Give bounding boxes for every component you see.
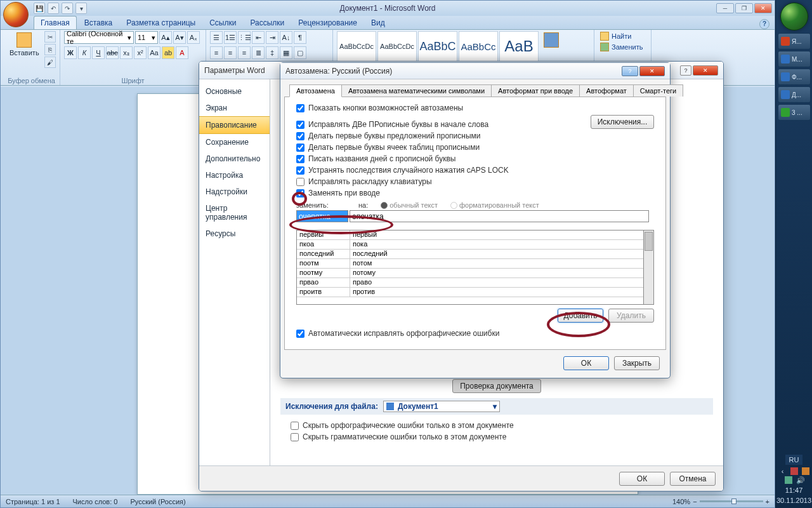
multilevel-icon[interactable]: ⋮☰ <box>238 31 251 44</box>
tab-view[interactable]: Вид <box>365 17 391 29</box>
cat-display[interactable]: Экран <box>199 100 270 116</box>
plain-text-radio[interactable]: обычный текст <box>381 201 438 209</box>
bullets-icon[interactable]: ☰ <box>210 31 223 44</box>
show-buttons-checkbox[interactable]: Показать кнопки возможностей автозамены <box>296 102 654 114</box>
tab-review[interactable]: Рецензирование <box>292 17 363 29</box>
align-left-icon[interactable]: ≡ <box>210 46 223 59</box>
ac-tab-smarttags[interactable]: Смарт-теги <box>633 84 683 97</box>
cap-sentence-checkbox[interactable]: Делать первые буквы предложений прописны… <box>296 130 654 142</box>
highlight-button[interactable]: ab <box>162 46 174 59</box>
hide-grammar-checkbox[interactable]: Скрыть грамматические ошибки только в эт… <box>280 431 713 443</box>
cat-advanced[interactable]: Дополнительно <box>199 150 270 167</box>
bold-button[interactable]: Ж <box>64 46 77 59</box>
add-button[interactable]: Добавить <box>558 309 603 323</box>
cat-customize[interactable]: Настройка <box>199 167 270 184</box>
status-words[interactable]: Число слов: 0 <box>73 498 118 505</box>
font-select[interactable]: Calibri (Основной те▾ <box>64 31 134 44</box>
subscript-button[interactable]: x₂ <box>120 46 133 59</box>
zoom-control[interactable]: 140% − + <box>672 498 769 505</box>
qat-customize-icon[interactable]: ▾ <box>75 3 87 14</box>
taskbar-item[interactable]: M... <box>778 51 811 67</box>
taskbar-item[interactable]: Д... <box>778 86 811 103</box>
cat-proofing[interactable]: Правописание <box>199 116 270 134</box>
tray-chevron-icon[interactable]: ‹ <box>779 467 787 475</box>
cut-icon[interactable]: ✂ <box>44 31 56 43</box>
ac-tab-autocorrect[interactable]: Автозамена <box>289 84 342 97</box>
borders-icon[interactable]: ▢ <box>294 46 306 59</box>
exceptions-button[interactable]: Исключения... <box>591 115 654 129</box>
table-scrollbar[interactable] <box>643 231 653 304</box>
qat-redo-icon[interactable]: ↷ <box>62 3 73 14</box>
copy-icon[interactable]: ⎘ <box>44 44 56 55</box>
help-icon[interactable]: ? <box>759 19 769 29</box>
with-input[interactable] <box>350 210 649 222</box>
zoom-slider[interactable] <box>700 500 763 502</box>
italic-button[interactable]: К <box>78 46 91 59</box>
dedent-icon[interactable]: ⇤ <box>252 31 265 44</box>
grow-font-icon[interactable]: A▴ <box>159 31 172 44</box>
taskbar-item[interactable]: 3 ... <box>778 104 811 121</box>
justify-icon[interactable]: ≣ <box>252 46 265 59</box>
style-heading1[interactable]: AaBbC <box>418 31 457 62</box>
tray-shield-icon[interactable] <box>802 467 809 475</box>
clear-format-icon[interactable]: Aₓ <box>187 31 200 44</box>
start-button[interactable] <box>780 3 808 30</box>
lang-indicator[interactable]: RU <box>785 455 803 465</box>
taskbar-item[interactable]: Ф... <box>778 69 811 85</box>
formatted-text-radio[interactable]: форматированный текст <box>450 201 539 209</box>
cap-days-checkbox[interactable]: Писать названия дней с прописной буквы <box>296 153 654 164</box>
shading-icon[interactable]: ▦ <box>280 46 292 59</box>
superscript-button[interactable]: x² <box>134 46 147 59</box>
style-heading2[interactable]: AaBbCc <box>459 31 498 62</box>
cat-save[interactable]: Сохранение <box>199 134 270 150</box>
style-title[interactable]: AaB <box>499 31 539 62</box>
close-button[interactable]: ✕ <box>754 3 772 13</box>
sort-icon[interactable]: A↓ <box>280 31 292 44</box>
keyboard-checkbox[interactable]: Исправлять раскладку клавиатуры <box>296 176 654 187</box>
line-spacing-icon[interactable]: ‡ <box>266 46 278 59</box>
ac-help-button[interactable]: ? <box>622 66 638 76</box>
change-styles-button[interactable] <box>541 31 561 50</box>
ac-ok-button[interactable]: ОК <box>563 356 609 370</box>
options-ok-button[interactable]: ОК <box>619 472 665 486</box>
tray-flag-icon[interactable] <box>790 467 798 475</box>
status-lang[interactable]: Русский (Россия) <box>130 498 185 505</box>
cat-general[interactable]: Основные <box>199 83 270 100</box>
font-color-button[interactable]: A <box>176 46 188 59</box>
tab-references[interactable]: Ссылки <box>203 17 242 29</box>
minimize-button[interactable]: ─ <box>716 3 734 13</box>
ac-tab-autoformat-typing[interactable]: Автоформат при вводе <box>491 84 580 97</box>
check-document-button[interactable]: Проверка документа <box>452 379 541 393</box>
clock-time[interactable]: 11:47 <box>776 485 812 495</box>
ac-tab-math[interactable]: Автозамена математическими символами <box>341 84 492 97</box>
indent-icon[interactable]: ⇥ <box>266 31 278 44</box>
show-marks-icon[interactable]: ¶ <box>294 31 306 44</box>
qat-undo-icon[interactable]: ↶ <box>48 3 59 14</box>
tab-insert[interactable]: Вставка <box>78 17 119 29</box>
ac-tab-autoformat[interactable]: Автоформат <box>579 84 634 97</box>
options-help-icon[interactable]: ? <box>680 65 691 76</box>
options-cancel-button[interactable]: Отмена <box>670 472 716 486</box>
tray-volume-icon[interactable]: 🔊 <box>796 476 804 484</box>
zoom-thumb[interactable] <box>731 498 737 504</box>
cat-addins[interactable]: Надстройки <box>199 184 270 200</box>
shrink-font-icon[interactable]: A▾ <box>173 31 186 44</box>
options-close-button[interactable]: ✕ <box>693 65 718 76</box>
align-center-icon[interactable]: ≡ <box>224 46 237 59</box>
replace-button[interactable]: Заменить <box>598 42 647 52</box>
clock-date[interactable]: 30.11.2013 <box>776 495 812 505</box>
status-page[interactable]: Страница: 1 из 1 <box>6 498 60 505</box>
autocorrect-table[interactable]: первйыпервый пкоапока полседнийпоследний… <box>296 230 654 305</box>
ac-close-button[interactable]: ✕ <box>639 66 665 76</box>
strike-button[interactable]: abc <box>106 46 119 59</box>
style-normal[interactable]: AaBbCcDc <box>337 31 376 62</box>
font-size-select[interactable]: 11▾ <box>135 31 158 44</box>
cat-resources[interactable]: Ресурсы <box>199 225 270 242</box>
cat-trust[interactable]: Центр управления <box>199 200 270 225</box>
align-right-icon[interactable]: ≡ <box>238 46 251 59</box>
qat-save-icon[interactable]: 💾 <box>34 3 45 14</box>
style-gallery[interactable]: AaBbCcDc AaBbCcDc AaBbC AaBbCc AaB <box>337 31 539 62</box>
auto-spell-checkbox[interactable]: Автоматически исправлять орфографические… <box>296 328 654 339</box>
tab-layout[interactable]: Разметка страницы <box>120 17 202 29</box>
change-case-button[interactable]: Aa <box>148 46 160 59</box>
